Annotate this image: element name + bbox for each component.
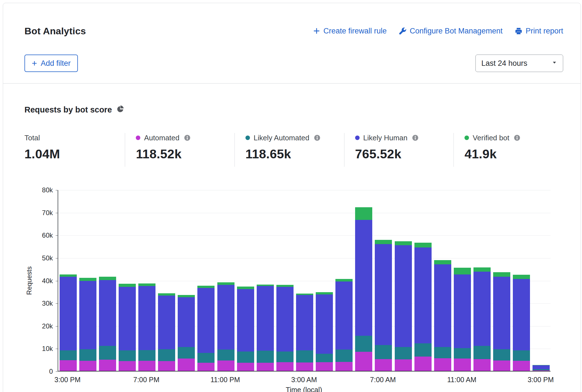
bar-segment-automated (473, 359, 491, 371)
bar-segment-automated (60, 360, 77, 371)
bar-segment-likely-automated (454, 348, 471, 359)
bar-segment-verified-bot (79, 278, 96, 281)
info-icon[interactable] (314, 134, 321, 141)
section-title: Requests by bot score (24, 104, 112, 115)
configure-bot-management-label: Configure Bot Management (410, 27, 502, 35)
bar-segment-automated (296, 362, 313, 371)
bar-segment-likely-human (276, 287, 294, 352)
y-axis-tick-label: 80k (27, 187, 53, 193)
bar-segment-likely-automated (60, 350, 77, 360)
bar-segment-likely-automated (375, 345, 392, 359)
bar-segment-likely-human (197, 288, 215, 353)
bar-segment-automated (493, 361, 510, 371)
bar-segment-automated (178, 359, 195, 371)
bar-segment-likely-human (395, 245, 412, 347)
x-axis-tick-label: 11:00 PM (210, 376, 240, 384)
bar-segment-likely-human (513, 279, 530, 350)
bar-segment-automated (257, 363, 274, 371)
bar-segment-verified-bot (296, 294, 313, 295)
stat-likely-human-label: Likely Human (363, 134, 408, 142)
bar-segment-automated (99, 360, 116, 371)
bar-segment-likely-human (257, 286, 274, 351)
y-axis-tick-label: 50k (27, 255, 53, 262)
y-axis-tick (56, 213, 58, 213)
bar-segment-automated (316, 362, 333, 371)
stat-likely-automated: Likely Automated 118.65k (234, 133, 344, 167)
bar-segment-verified-bot (217, 282, 234, 285)
bar-segment-verified-bot (454, 268, 471, 274)
bar-segment-likely-automated (533, 369, 550, 370)
bar-segment-verified-bot (99, 277, 116, 280)
bar-segment-likely-automated (197, 353, 215, 363)
bar-segment-likely-automated (79, 349, 96, 361)
y-axis-tick (56, 258, 58, 258)
bar-segment-likely-human (454, 274, 471, 348)
chart-plot-area (58, 190, 551, 371)
info-icon[interactable] (184, 134, 191, 141)
bar-segment-automated (395, 359, 412, 371)
y-axis-tick-label: 10k (27, 345, 53, 352)
bar-segment-verified-bot (60, 274, 77, 277)
bar-segment-verified-bot (355, 207, 372, 220)
y-axis-tick-label: 20k (27, 323, 53, 330)
info-icon[interactable] (412, 134, 419, 141)
bar-segment-automated (158, 361, 175, 371)
bar-segment-verified-bot (513, 275, 530, 279)
bar-segment-verified-bot (434, 260, 451, 264)
bar-segment-likely-automated (513, 350, 530, 361)
stat-likely-human-value: 765.52k (355, 147, 454, 161)
bar-segment-likely-automated (217, 350, 234, 361)
bar-segment-verified-bot (335, 279, 353, 281)
stat-verified-bot: Verified bot 41.9k (454, 133, 563, 167)
requests-chart: Requests Time (local) 010k20k30k40k50k60… (24, 190, 563, 392)
print-report-link[interactable]: Print report (515, 27, 563, 35)
bar-segment-likely-human (434, 264, 451, 347)
bar-segment-verified-bot (257, 285, 274, 286)
bar-segment-likely-automated (138, 350, 155, 361)
bar-segment-likely-human (316, 294, 333, 353)
bar-segment-automated (533, 370, 550, 371)
y-axis-tick (56, 349, 58, 349)
gridline (58, 213, 551, 213)
y-axis-tick (56, 235, 58, 236)
configure-bot-management-link[interactable]: Configure Bot Management (399, 27, 502, 35)
bar-segment-likely-human (493, 277, 510, 349)
bar-segment-likely-automated (257, 351, 274, 363)
time-range-dropdown[interactable]: Last 24 hours (475, 55, 563, 72)
x-axis-tick-label: 11:00 AM (447, 376, 477, 384)
bar-segment-likely-automated (355, 336, 372, 352)
likely-automated-legend-dot (245, 136, 250, 140)
bar-segment-likely-human (414, 247, 432, 344)
bar-segment-likely-human (217, 285, 234, 350)
y-axis-tick-label: 40k (27, 278, 53, 284)
x-axis-tick-label: 3:00 PM (527, 376, 554, 384)
print-report-label: Print report (525, 27, 563, 35)
bar-segment-automated (138, 361, 155, 371)
create-firewall-rule-link[interactable]: Create firewall rule (313, 27, 387, 35)
bar-segment-verified-bot (533, 365, 550, 365)
card-header: Bot Analytics Create firewall rule Confi… (3, 3, 581, 84)
stat-automated-label: Automated (144, 134, 179, 142)
y-axis-tick-label: 70k (27, 209, 53, 216)
bar-segment-automated (197, 363, 215, 371)
header-actions: Create firewall rule Configure Bot Manag… (313, 27, 563, 35)
bar-segment-automated (375, 359, 392, 371)
stat-automated-value: 118.52k (136, 147, 234, 161)
y-axis-tick-label: 60k (27, 232, 53, 239)
bar-segment-verified-bot (414, 243, 432, 247)
bar-segment-automated (414, 357, 432, 371)
bar-segment-verified-bot (237, 287, 254, 289)
bar-segment-automated (237, 363, 254, 371)
bar-segment-likely-automated (158, 349, 175, 361)
y-axis-tick-label: 0 (27, 368, 53, 375)
bar-segment-likely-automated (276, 352, 294, 362)
bar-segment-verified-bot (493, 272, 510, 277)
stat-total-value: 1.04M (24, 147, 125, 161)
add-filter-button[interactable]: + Add filter (24, 55, 78, 72)
bar-segment-likely-automated (99, 346, 116, 359)
gridline (58, 258, 551, 258)
info-icon[interactable] (514, 134, 520, 141)
bar-segment-likely-human (335, 281, 353, 350)
bar-segment-verified-bot (395, 241, 412, 245)
bar-segment-automated (335, 362, 353, 371)
